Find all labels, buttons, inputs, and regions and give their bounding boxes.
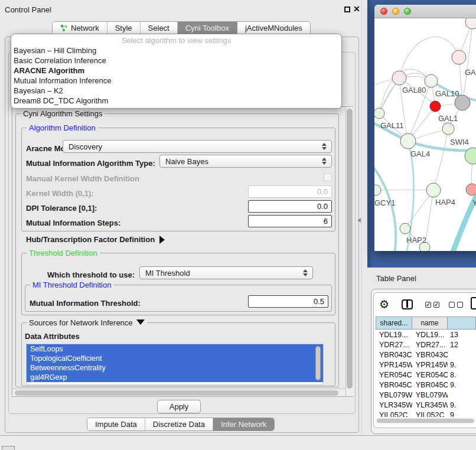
node-label: GAL4 xyxy=(410,149,430,158)
tab-label: Discretize Data xyxy=(153,420,205,429)
network-node[interactable] xyxy=(400,223,410,234)
table-cell: 9. xyxy=(448,401,476,409)
panel-divider-arrow[interactable] xyxy=(357,218,361,223)
table-row[interactable]: YDR27...YDR27...12 xyxy=(376,340,476,350)
network-node[interactable] xyxy=(425,74,438,87)
hub-definition-toggle[interactable]: Hub/Transcription Factor Definition xyxy=(26,235,165,244)
table-row[interactable]: YBL079WYBL079W xyxy=(376,390,476,400)
manual-kernel-checkbox[interactable] xyxy=(324,173,332,181)
network-window[interactable]: GALGAL80GAL10GAL1GAL11SWI4GAL4GCY1HAP4YH… xyxy=(374,5,476,251)
table-cell: YLR345W xyxy=(412,401,448,409)
scrollbar-thumb[interactable] xyxy=(15,390,338,396)
mi-algorithm-type-label: Mutual Information Algorithm Type: xyxy=(26,159,155,168)
function-document-icon[interactable] xyxy=(471,297,476,309)
network-node[interactable] xyxy=(465,18,476,29)
select-all-columns-icon[interactable]: ✓ ✓ xyxy=(425,302,439,308)
tab-impute-data[interactable]: Impute Data xyxy=(87,418,145,431)
tab-infer-network[interactable]: Infer Network xyxy=(213,418,274,431)
close-traffic-light-icon[interactable] xyxy=(380,8,387,15)
algorithm-option[interactable]: Basic Correlation Inference xyxy=(11,56,341,66)
tab-network[interactable]: Network xyxy=(53,22,107,34)
algorithm-option[interactable]: Dream8 DC_TDC Algorithm xyxy=(11,96,341,106)
algorithm-option[interactable]: Bayesian – K2 xyxy=(11,86,341,96)
tab-jactivemnodules[interactable]: jActiveMNodules xyxy=(237,22,310,34)
data-attributes-list[interactable]: SelfLoopsTopologicalCoefficientBetweenne… xyxy=(26,344,324,385)
table-body: YDL19...YDL19...13YDR27...YDR27...12YBR0… xyxy=(376,330,476,417)
scrollbar-thumb[interactable] xyxy=(347,109,353,389)
deselect-all-columns-icon[interactable] xyxy=(449,302,463,308)
table-row[interactable]: YPR145WYPR145W9. xyxy=(376,360,476,370)
unchecked-checkbox-icon xyxy=(457,302,463,308)
node-label: GAL11 xyxy=(380,121,404,130)
network-node[interactable] xyxy=(442,123,454,135)
network-node[interactable] xyxy=(426,183,441,197)
tab-style[interactable]: Style xyxy=(107,22,141,34)
algorithm-option[interactable]: ARACNE Algorithm xyxy=(11,66,341,76)
table-cell: 8. xyxy=(448,371,476,379)
network-node[interactable] xyxy=(466,184,476,195)
table-row[interactable]: YLR345WYLR345W9. xyxy=(376,400,476,410)
attribute-item[interactable]: gal4RGexp xyxy=(27,373,323,382)
table-horizontal-scrollbar[interactable] xyxy=(376,418,475,423)
sources-title: Sources for Network Inference xyxy=(29,318,133,327)
sources-toggle[interactable]: Sources for Network Inference xyxy=(27,318,147,327)
settings-gear-icon[interactable]: ⚙ xyxy=(379,298,389,311)
network-window-titlebar[interactable] xyxy=(374,5,476,18)
kernel-width-label: Kernel Width (0,1): xyxy=(26,189,94,198)
attributes-scrollbar[interactable] xyxy=(315,346,321,380)
attribute-item[interactable]: SelfLoops xyxy=(27,344,323,354)
network-node[interactable] xyxy=(430,101,441,112)
table-row[interactable]: YER054CYER054C8. xyxy=(376,370,476,380)
tab-discretize-data[interactable]: Discretize Data xyxy=(145,418,213,431)
network-node[interactable] xyxy=(392,71,406,85)
table-row[interactable]: YBR043CYBR043C xyxy=(376,350,476,360)
dpi-tolerance-field[interactable] xyxy=(248,200,332,213)
algorithm-option[interactable]: Mutual Information Inference xyxy=(11,76,341,86)
settings-vertical-scrollbar[interactable] xyxy=(345,107,353,396)
table-row[interactable]: YDL19...YDL19...13 xyxy=(376,330,476,340)
network-node[interactable] xyxy=(374,108,384,119)
tab-cyni-toolbox[interactable]: Cyni Toolbox xyxy=(178,22,237,34)
mi-steps-field[interactable] xyxy=(248,215,332,227)
network-node[interactable] xyxy=(400,133,416,149)
network-node[interactable] xyxy=(452,50,466,64)
mi-algorithm-type-select[interactable]: Naive Bayes xyxy=(159,155,332,168)
attribute-item[interactable]: TopologicalCoefficient xyxy=(27,354,323,363)
network-node[interactable] xyxy=(374,185,381,195)
node-table[interactable]: shared...name YDL19...YDL19...13YDR27...… xyxy=(376,317,476,417)
split-panel-icon[interactable] xyxy=(402,299,413,309)
float-window-icon[interactable] xyxy=(344,6,350,12)
mi-threshold-field[interactable] xyxy=(248,295,328,308)
collapsed-arrow-icon[interactable] xyxy=(159,236,165,244)
column-header[interactable]: shared... xyxy=(376,317,412,330)
close-icon[interactable]: ✕ xyxy=(353,4,360,14)
minimize-traffic-light-icon[interactable] xyxy=(392,8,399,15)
attribute-item[interactable]: BetweennessCentrality xyxy=(27,363,323,373)
table-cell: 13 xyxy=(448,331,476,339)
column-header[interactable] xyxy=(448,317,476,330)
network-canvas[interactable]: GALGAL80GAL10GAL1GAL11SWI4GAL4GCY1HAP4YH… xyxy=(374,18,476,251)
table-cell: 9 xyxy=(448,411,476,418)
control-panel-titlebar: Control Panel ✕ xyxy=(0,0,367,18)
kernel-width-field[interactable] xyxy=(248,185,332,198)
which-threshold-select[interactable]: MI Threshold xyxy=(139,266,313,279)
table-cell: YLR345W xyxy=(376,401,412,409)
network-graph[interactable]: GALGAL80GAL10GAL1GAL11SWI4GAL4GCY1HAP4YH… xyxy=(374,18,476,251)
expanded-arrow-icon[interactable] xyxy=(136,319,145,325)
settings-horizontal-scrollbar[interactable] xyxy=(12,389,345,396)
collapsed-panel-button[interactable] xyxy=(2,446,15,450)
scrollbar-thumb[interactable] xyxy=(377,419,474,423)
table-panel-title: Table Panel xyxy=(376,274,416,283)
aracne-mode-select[interactable]: Discovery xyxy=(63,140,332,153)
selected-value: Naive Bayes xyxy=(165,157,208,166)
algorithm-option[interactable]: Bayesian – Hill Climbing xyxy=(11,45,341,56)
tab-label: Style xyxy=(115,24,132,32)
table-row[interactable]: YIL052CYIL052C9 xyxy=(376,410,476,417)
table-row[interactable]: YBR045CYBR045C9. xyxy=(376,380,476,390)
zoom-traffic-light-icon[interactable] xyxy=(404,8,411,15)
column-header[interactable]: name xyxy=(412,317,448,330)
apply-button[interactable]: Apply xyxy=(157,400,201,413)
tab-select[interactable]: Select xyxy=(141,22,178,34)
mi-threshold-label: Mutual Information Threshold: xyxy=(30,299,141,308)
unchecked-checkbox-icon xyxy=(449,302,455,308)
